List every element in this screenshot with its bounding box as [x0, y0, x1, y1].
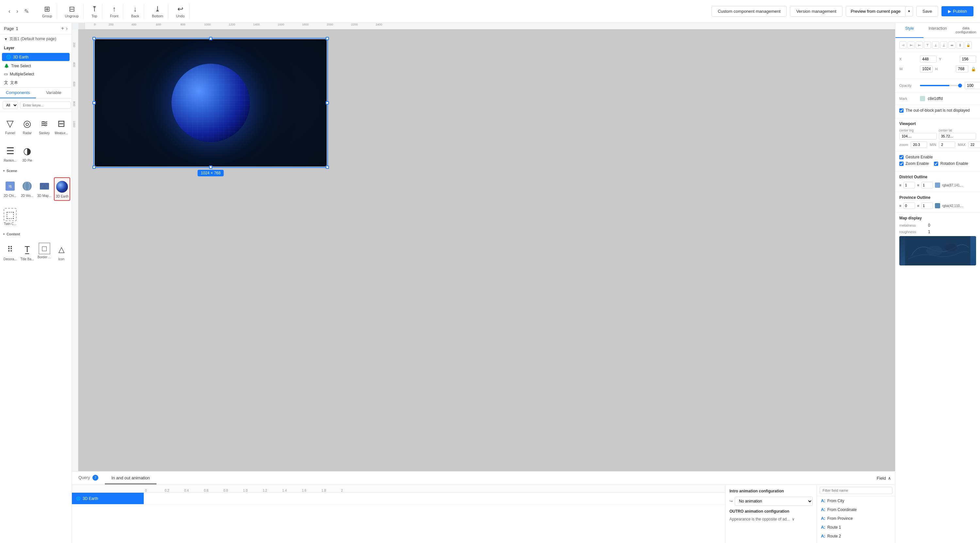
gesture-checkbox[interactable] — [899, 155, 904, 159]
rotation-enable-row: Rotation Enable — [934, 161, 968, 166]
district-color-swatch[interactable] — [935, 183, 940, 188]
layer-item-text[interactable]: 文 文本 — [0, 78, 72, 87]
field-item-fromcoord[interactable]: Aː From Coordinate — [817, 505, 895, 514]
add-page-button[interactable]: + — [61, 25, 64, 31]
group-tool[interactable]: ⊞ Group — [38, 3, 57, 19]
layer-section: Layer 🌐 3D Earth 🌲 Tree Select ▭ Multipl… — [0, 44, 72, 87]
2dwo-icon — [20, 179, 34, 193]
rotation-enable-checkbox[interactable] — [934, 162, 938, 166]
comp-3dearth[interactable]: 3D Earth — [54, 177, 70, 201]
zoom-input[interactable] — [911, 141, 927, 148]
mark-color-swatch[interactable] — [920, 96, 925, 101]
tab-variable[interactable]: Variable — [36, 87, 72, 98]
comp-titleba[interactable]: T̲ Title Ba... — [20, 241, 35, 263]
zoom-max-input[interactable] — [968, 141, 980, 148]
page-item[interactable]: ▼ 页面1 (Default home page) — [0, 34, 72, 44]
comp-border[interactable]: □ Border ... — [37, 241, 52, 263]
distribute-h-icon[interactable]: ⇔ — [948, 41, 956, 49]
zoom-min-input[interactable] — [939, 141, 955, 148]
edit-button[interactable]: ✎ — [22, 6, 31, 16]
component-tabs: Components Variable — [0, 87, 72, 98]
bottom-tool[interactable]: ⤓ Bottom — [147, 3, 168, 19]
center-lng-input[interactable] — [899, 133, 937, 140]
distribute-v-icon[interactable]: ⇕ — [956, 41, 964, 49]
right-tab-interaction[interactable]: Interaction — [923, 23, 951, 38]
ungroup-tool[interactable]: ⊟ Ungroup — [60, 3, 84, 19]
undo-tool[interactable]: ↩ Undo — [172, 3, 189, 19]
tab-in-out-animation[interactable]: In and out animation — [105, 472, 156, 484]
publish-button[interactable]: ▶ Publish — [942, 6, 974, 16]
3d-earth-element[interactable] — [95, 39, 327, 167]
search-input[interactable] — [20, 102, 71, 109]
earth-grid — [172, 64, 250, 142]
field-collapse-icon[interactable]: ∧ — [888, 476, 891, 481]
right-tab-style[interactable]: Style — [896, 23, 923, 38]
align-center-h-icon[interactable]: ⊢ — [907, 41, 915, 49]
x-label: X — [899, 57, 917, 61]
intro-animation-select[interactable]: No animation — [735, 497, 813, 506]
comp-3dmap[interactable]: 3D Map... — [37, 177, 52, 201]
expand-icon: ▼ — [4, 37, 8, 41]
province-val2-input[interactable] — [921, 202, 933, 209]
comp-radar[interactable]: ◎ Radar — [20, 114, 35, 137]
lock-aspect-icon[interactable]: 🔒 — [971, 67, 976, 71]
comp-2dchi[interactable]: 地 2D Chi... — [3, 177, 18, 201]
comp-twinc[interactable]: ⬚ Twin C... — [3, 206, 18, 228]
front-tool[interactable]: ↑ Front — [105, 3, 124, 19]
center-lat-input[interactable] — [939, 133, 977, 140]
comp-decora[interactable]: ⠿ Decora... — [3, 241, 18, 263]
align-center-v-icon[interactable]: ⊥ — [932, 41, 939, 49]
viewport-grid: center lng center lat — [899, 129, 976, 140]
province-color-swatch[interactable] — [935, 203, 940, 208]
layer-item-3dearth[interactable]: 🌐 3D Earth — [2, 53, 70, 61]
tab-components[interactable]: Components — [0, 87, 36, 98]
page-nav-button[interactable]: › — [66, 26, 68, 31]
lock-icon[interactable]: 🔒 — [965, 41, 972, 49]
back-tool[interactable]: ↓ Back — [126, 3, 144, 19]
preview-dropdown-button[interactable]: ▾ — [905, 6, 913, 16]
custom-component-button[interactable]: Custom component management — [711, 6, 787, 17]
outro-dropdown-icon[interactable]: ∨ — [792, 517, 795, 521]
layer-item-multiselect[interactable]: ▭ MultipleSelect — [0, 70, 72, 78]
h-input[interactable] — [956, 65, 969, 73]
out-of-block-checkbox[interactable] — [899, 108, 904, 113]
field-item-fromcity[interactable]: Aː From City — [817, 496, 895, 505]
align-bottom-icon[interactable]: ⊥ — [940, 41, 947, 49]
category-select[interactable]: All — [3, 101, 18, 109]
y-input[interactable] — [960, 56, 977, 63]
tab-query[interactable]: Query 7 — [72, 472, 105, 484]
canvas-scroll-area[interactable]: 1024 × 768 — [78, 29, 895, 471]
field-item-route2[interactable]: Aː Route 2 — [817, 532, 895, 540]
w-input[interactable] — [920, 65, 932, 73]
comp-icon[interactable]: △ Icon — [54, 241, 69, 263]
save-button[interactable]: Save — [916, 6, 939, 17]
comp-3dpie[interactable]: ◑ 3D Pie — [20, 142, 35, 164]
comp-2dwo[interactable]: 2D Wo... — [20, 177, 35, 201]
right-tab-data[interactable]: data configuration — [952, 23, 980, 38]
comp-ranking[interactable]: ☰ Rankin... — [3, 142, 18, 164]
field-filter-input[interactable] — [819, 487, 892, 494]
district-val2-input[interactable] — [921, 182, 933, 188]
district-val1-input[interactable] — [903, 182, 915, 188]
top-tool[interactable]: ⤒ Top — [87, 3, 102, 19]
timeline-bar-area[interactable] — [144, 493, 725, 504]
layer-item-treeselect[interactable]: 🌲 Tree Select — [0, 62, 72, 70]
align-top-icon[interactable]: ⊤ — [924, 41, 931, 49]
zoom-enable-checkbox[interactable] — [899, 162, 904, 166]
comp-measur[interactable]: ⊟ Measur... — [54, 114, 69, 137]
align-left-icon[interactable]: ⊣ — [899, 41, 907, 49]
version-management-button[interactable]: Version management — [790, 6, 843, 17]
field-item-fromprov[interactable]: Aː From Province — [817, 514, 895, 523]
back-button[interactable]: ‹ — [6, 6, 13, 16]
preview-main-button[interactable]: Preview from current page — [846, 6, 905, 17]
field-type-icon-prov: Aː — [821, 516, 825, 521]
comp-sankey[interactable]: ≋ Sankey — [37, 114, 52, 137]
forward-button[interactable]: › — [14, 6, 20, 16]
align-right-icon[interactable]: ⊢ — [916, 41, 923, 49]
comp-funnel[interactable]: ▽ Funnel — [3, 114, 18, 137]
field-item-route1[interactable]: Aː Route 1 — [817, 523, 895, 532]
province-val1-input[interactable] — [903, 202, 915, 209]
x-input[interactable] — [920, 56, 937, 63]
opacity-input[interactable] — [965, 82, 980, 89]
opacity-slider[interactable] — [920, 85, 962, 86]
